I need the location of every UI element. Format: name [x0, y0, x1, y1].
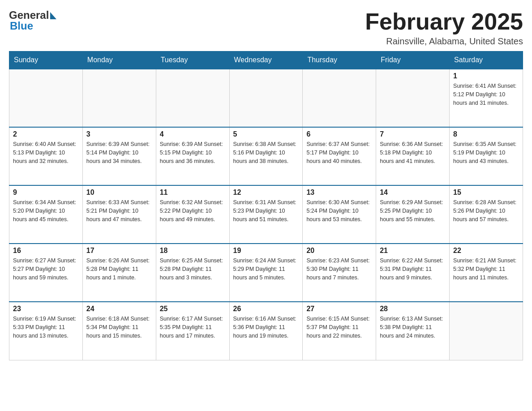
calendar-day-cell: 4Sunrise: 6:39 AM Sunset: 5:15 PM Daylig… [156, 127, 229, 185]
day-number: 22 [453, 247, 519, 255]
day-info: Sunrise: 6:22 AM Sunset: 5:31 PM Dayligh… [380, 257, 446, 282]
day-info: Sunrise: 6:23 AM Sunset: 5:30 PM Dayligh… [306, 257, 372, 282]
calendar-day-cell: 8Sunrise: 6:35 AM Sunset: 5:19 PM Daylig… [450, 127, 523, 185]
day-info: Sunrise: 6:25 AM Sunset: 5:28 PM Dayligh… [160, 257, 226, 282]
day-number: 12 [233, 188, 299, 197]
calendar-day-cell: 21Sunrise: 6:22 AM Sunset: 5:31 PM Dayli… [376, 244, 450, 302]
day-number: 1 [453, 72, 519, 80]
calendar-day-cell [82, 69, 156, 127]
logo-arrow-icon [50, 12, 56, 19]
day-number: 9 [13, 188, 79, 197]
calendar-day-cell: 11Sunrise: 6:32 AM Sunset: 5:22 PM Dayli… [156, 185, 229, 244]
day-info: Sunrise: 6:13 AM Sunset: 5:38 PM Dayligh… [380, 315, 446, 340]
month-title: February 2025 [365, 9, 523, 34]
calendar-day-cell: 5Sunrise: 6:38 AM Sunset: 5:16 PM Daylig… [229, 127, 303, 185]
day-info: Sunrise: 6:27 AM Sunset: 5:27 PM Dayligh… [13, 257, 79, 282]
calendar-day-cell [376, 69, 450, 127]
calendar-weekday-header: Monday [82, 51, 156, 69]
title-block: February 2025 Rainsville, Alabama, Unite… [365, 9, 523, 47]
day-info: Sunrise: 6:41 AM Sunset: 5:12 PM Dayligh… [453, 82, 519, 107]
day-info: Sunrise: 6:30 AM Sunset: 5:24 PM Dayligh… [306, 198, 372, 223]
day-info: Sunrise: 6:35 AM Sunset: 5:19 PM Dayligh… [453, 140, 519, 165]
day-number: 28 [380, 305, 446, 313]
calendar-day-cell [9, 69, 83, 127]
day-info: Sunrise: 6:16 AM Sunset: 5:36 PM Dayligh… [233, 315, 299, 340]
calendar-day-cell [156, 69, 229, 127]
day-number: 25 [160, 305, 226, 313]
calendar-day-cell: 7Sunrise: 6:36 AM Sunset: 5:18 PM Daylig… [376, 127, 450, 185]
calendar-day-cell: 10Sunrise: 6:33 AM Sunset: 5:21 PM Dayli… [82, 185, 156, 244]
day-info: Sunrise: 6:19 AM Sunset: 5:33 PM Dayligh… [13, 315, 79, 340]
logo-blue-text: Blue [9, 20, 33, 32]
calendar-day-cell: 15Sunrise: 6:28 AM Sunset: 5:26 PM Dayli… [450, 185, 523, 244]
calendar-day-cell: 28Sunrise: 6:13 AM Sunset: 5:38 PM Dayli… [376, 302, 450, 360]
day-info: Sunrise: 6:18 AM Sunset: 5:34 PM Dayligh… [86, 315, 152, 340]
calendar-day-cell [229, 69, 303, 127]
calendar-weekday-header: Sunday [9, 51, 83, 69]
day-number: 26 [233, 305, 299, 313]
day-number: 7 [380, 130, 446, 138]
day-number: 6 [306, 130, 372, 138]
day-number: 27 [306, 305, 372, 313]
day-info: Sunrise: 6:29 AM Sunset: 5:25 PM Dayligh… [380, 198, 446, 223]
calendar-day-cell: 9Sunrise: 6:34 AM Sunset: 5:20 PM Daylig… [9, 185, 83, 244]
calendar-table: SundayMondayTuesdayWednesdayThursdayFrid… [9, 51, 523, 360]
day-info: Sunrise: 6:39 AM Sunset: 5:15 PM Dayligh… [160, 140, 226, 165]
calendar-day-cell: 19Sunrise: 6:24 AM Sunset: 5:29 PM Dayli… [229, 244, 303, 302]
day-number: 3 [86, 130, 152, 138]
day-info: Sunrise: 6:21 AM Sunset: 5:32 PM Dayligh… [453, 257, 519, 282]
calendar-day-cell [450, 302, 523, 360]
calendar-day-cell: 25Sunrise: 6:17 AM Sunset: 5:35 PM Dayli… [156, 302, 229, 360]
calendar-day-cell: 17Sunrise: 6:26 AM Sunset: 5:28 PM Dayli… [82, 244, 156, 302]
calendar-weekday-header: Thursday [303, 51, 376, 69]
calendar-day-cell: 6Sunrise: 6:37 AM Sunset: 5:17 PM Daylig… [303, 127, 376, 185]
day-number: 2 [13, 130, 79, 138]
calendar-day-cell: 12Sunrise: 6:31 AM Sunset: 5:23 PM Dayli… [229, 185, 303, 244]
day-number: 15 [453, 188, 519, 197]
day-info: Sunrise: 6:17 AM Sunset: 5:35 PM Dayligh… [160, 315, 226, 340]
calendar-day-cell: 13Sunrise: 6:30 AM Sunset: 5:24 PM Dayli… [303, 185, 376, 244]
day-info: Sunrise: 6:37 AM Sunset: 5:17 PM Dayligh… [306, 140, 372, 165]
calendar-day-cell [303, 69, 376, 127]
day-info: Sunrise: 6:38 AM Sunset: 5:16 PM Dayligh… [233, 140, 299, 165]
calendar-day-cell: 18Sunrise: 6:25 AM Sunset: 5:28 PM Dayli… [156, 244, 229, 302]
day-number: 18 [160, 247, 226, 255]
calendar-week-row: 2Sunrise: 6:40 AM Sunset: 5:13 PM Daylig… [9, 127, 523, 185]
day-number: 23 [13, 305, 79, 313]
calendar-week-row: 1Sunrise: 6:41 AM Sunset: 5:12 PM Daylig… [9, 69, 523, 127]
day-number: 16 [13, 247, 79, 255]
day-number: 20 [306, 247, 372, 255]
day-info: Sunrise: 6:33 AM Sunset: 5:21 PM Dayligh… [86, 198, 152, 223]
day-number: 11 [160, 188, 226, 197]
logo: General Blue [9, 9, 56, 32]
calendar-day-cell: 22Sunrise: 6:21 AM Sunset: 5:32 PM Dayli… [450, 244, 523, 302]
day-info: Sunrise: 6:26 AM Sunset: 5:28 PM Dayligh… [86, 257, 152, 282]
calendar-day-cell: 20Sunrise: 6:23 AM Sunset: 5:30 PM Dayli… [303, 244, 376, 302]
calendar-weekday-header: Saturday [450, 51, 523, 69]
calendar-day-cell: 16Sunrise: 6:27 AM Sunset: 5:27 PM Dayli… [9, 244, 83, 302]
day-info: Sunrise: 6:36 AM Sunset: 5:18 PM Dayligh… [380, 140, 446, 165]
day-number: 19 [233, 247, 299, 255]
day-number: 8 [453, 130, 519, 138]
calendar-day-cell: 26Sunrise: 6:16 AM Sunset: 5:36 PM Dayli… [229, 302, 303, 360]
day-number: 17 [86, 247, 152, 255]
calendar-day-cell: 1Sunrise: 6:41 AM Sunset: 5:12 PM Daylig… [450, 69, 523, 127]
day-number: 13 [306, 188, 372, 197]
day-info: Sunrise: 6:24 AM Sunset: 5:29 PM Dayligh… [233, 257, 299, 282]
day-number: 14 [380, 188, 446, 197]
day-info: Sunrise: 6:15 AM Sunset: 5:37 PM Dayligh… [306, 315, 372, 340]
calendar-day-cell: 27Sunrise: 6:15 AM Sunset: 5:37 PM Dayli… [303, 302, 376, 360]
day-info: Sunrise: 6:28 AM Sunset: 5:26 PM Dayligh… [453, 198, 519, 223]
calendar-weekday-header: Tuesday [156, 51, 229, 69]
calendar-day-cell: 24Sunrise: 6:18 AM Sunset: 5:34 PM Dayli… [82, 302, 156, 360]
calendar-day-cell: 2Sunrise: 6:40 AM Sunset: 5:13 PM Daylig… [9, 127, 83, 185]
calendar-day-cell: 14Sunrise: 6:29 AM Sunset: 5:25 PM Dayli… [376, 185, 450, 244]
calendar-day-cell: 3Sunrise: 6:39 AM Sunset: 5:14 PM Daylig… [82, 127, 156, 185]
day-info: Sunrise: 6:40 AM Sunset: 5:13 PM Dayligh… [13, 140, 79, 165]
location-text: Rainsville, Alabama, United States [365, 36, 523, 47]
calendar-week-row: 16Sunrise: 6:27 AM Sunset: 5:27 PM Dayli… [9, 244, 523, 302]
day-number: 5 [233, 130, 299, 138]
calendar-day-cell: 23Sunrise: 6:19 AM Sunset: 5:33 PM Dayli… [9, 302, 83, 360]
day-info: Sunrise: 6:39 AM Sunset: 5:14 PM Dayligh… [86, 140, 152, 165]
calendar-header-row: SundayMondayTuesdayWednesdayThursdayFrid… [9, 51, 523, 69]
